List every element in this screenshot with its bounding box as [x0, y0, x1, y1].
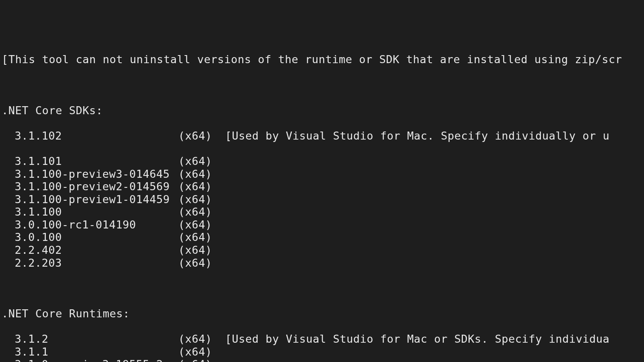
- arch-text: (x64): [178, 206, 212, 218]
- version-text: 3.1.100: [2, 206, 178, 218]
- arch-text: (x64): [178, 333, 212, 346]
- sdk-row: 3.1.100-preview2-014569(x64): [2, 180, 642, 193]
- sdk-row: 3.0.100-rc1-014190(x64): [2, 218, 642, 231]
- usage-note: [Used by Visual Studio for Mac or SDKs. …: [212, 333, 610, 346]
- sdk-row: 3.1.100-preview1-014459(x64): [2, 193, 642, 206]
- arch-text: (x64): [178, 231, 212, 244]
- sdk-row: 3.1.100-preview3-014645(x64): [2, 168, 642, 181]
- sdk-row: 3.0.100(x64): [2, 231, 642, 244]
- tool-notice: [This tool can not uninstall versions of…: [2, 53, 642, 66]
- sdk-row: 3.1.100(x64): [2, 206, 642, 218]
- version-text: 3.0.100-rc1-014190: [2, 218, 178, 231]
- version-text: 3.1.100-preview1-014459: [2, 193, 178, 206]
- usage-note: [Used by Visual Studio for Mac. Specify …: [212, 130, 610, 142]
- runtime-row: 3.1.1(x64): [2, 346, 642, 358]
- runtime-row: 3.1.2(x64)[Used by Visual Studio for Mac…: [2, 333, 642, 346]
- arch-text: (x64): [178, 130, 212, 142]
- arch-text: (x64): [178, 193, 212, 206]
- version-text: 3.1.2: [2, 333, 178, 346]
- version-text: 3.1.100-preview3-014645: [2, 168, 178, 181]
- arch-text: (x64): [178, 257, 212, 269]
- arch-text: (x64): [178, 346, 212, 358]
- version-text: 3.1.1: [2, 346, 178, 358]
- runtime-list: 3.1.2(x64)[Used by Visual Studio for Mac…: [2, 333, 642, 362]
- sdk-row: 2.2.203(x64): [2, 257, 642, 269]
- blank-line: [2, 142, 642, 155]
- sdk-row: 3.1.101(x64): [2, 155, 642, 168]
- sdk-section-header: .NET Core SDKs:: [2, 104, 642, 117]
- arch-text: (x64): [178, 218, 212, 231]
- sdk-row: 3.1.102(x64)[Used by Visual Studio for M…: [2, 130, 642, 142]
- version-text: 3.1.102: [2, 130, 178, 142]
- arch-text: (x64): [178, 180, 212, 193]
- arch-text: (x64): [178, 358, 212, 362]
- version-text: 3.0.100: [2, 231, 178, 244]
- version-text: 3.1.100-preview2-014569: [2, 180, 178, 193]
- sdk-row: 2.2.402(x64): [2, 244, 642, 257]
- runtime-section-header: .NET Core Runtimes:: [2, 307, 642, 320]
- arch-text: (x64): [178, 155, 212, 168]
- arch-text: (x64): [178, 244, 212, 257]
- version-text: 2.2.203: [2, 257, 178, 269]
- arch-text: (x64): [178, 168, 212, 181]
- version-text: 2.2.402: [2, 244, 178, 257]
- version-text: 3.1.0-preview3.19555.2: [2, 358, 178, 362]
- version-text: 3.1.101: [2, 155, 178, 168]
- runtime-row: 3.1.0-preview3.19555.2(x64): [2, 358, 642, 362]
- blank-line: [2, 282, 642, 295]
- blank-line: [2, 78, 642, 91]
- sdk-list: 3.1.102(x64)[Used by Visual Studio for M…: [2, 130, 642, 269]
